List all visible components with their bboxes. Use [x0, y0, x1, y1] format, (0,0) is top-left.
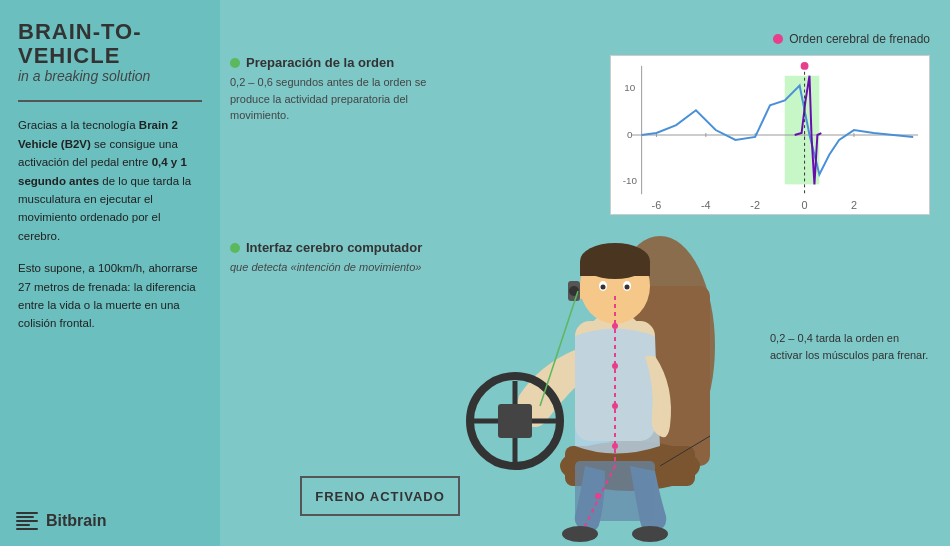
prep-body: 0,2 – 0,6 segundos antes de la orden se …	[230, 74, 430, 124]
svg-point-49	[612, 403, 618, 409]
svg-rect-28	[580, 261, 650, 276]
divider	[18, 100, 202, 102]
logo-area: Bitbrain	[16, 512, 106, 530]
car-illustration	[320, 126, 870, 546]
logo-icon	[16, 512, 38, 530]
svg-point-50	[612, 443, 618, 449]
green-dot-2-icon	[230, 243, 240, 253]
svg-point-32	[625, 285, 630, 290]
prep-title: Preparación de la orden	[230, 55, 430, 70]
body-paragraph-2: Esto supone, a 100km/h, ahorrarse 27 met…	[18, 259, 202, 333]
main-area: Orden cerebral de frenado Preparación de…	[220, 0, 950, 546]
svg-rect-42	[575, 461, 655, 521]
top-right-text: Orden cerebral de frenado	[789, 32, 930, 46]
svg-text:10: 10	[624, 82, 635, 93]
sub-title: in a breaking solution	[18, 68, 202, 84]
prep-label: Preparación de la orden 0,2 – 0,6 segund…	[230, 55, 430, 124]
left-panel: BRAIN-TO-VEHICLE in a breaking solution …	[0, 0, 220, 546]
svg-point-51	[595, 493, 601, 499]
svg-rect-39	[498, 404, 532, 438]
green-dot-icon	[230, 58, 240, 68]
svg-point-18	[801, 62, 809, 70]
svg-point-31	[601, 285, 606, 290]
logo-text: Bitbrain	[46, 512, 106, 530]
svg-point-41	[632, 526, 668, 542]
body-paragraph-1: Gracias a la tecnología Brain 2 Vehicle …	[18, 116, 202, 245]
top-right-label: Orden cerebral de frenado	[773, 32, 930, 46]
pink-dot-icon	[773, 34, 783, 44]
main-title: BRAIN-TO-VEHICLE	[18, 20, 202, 68]
svg-point-48	[612, 363, 618, 369]
svg-point-47	[612, 323, 618, 329]
svg-point-40	[562, 526, 598, 542]
